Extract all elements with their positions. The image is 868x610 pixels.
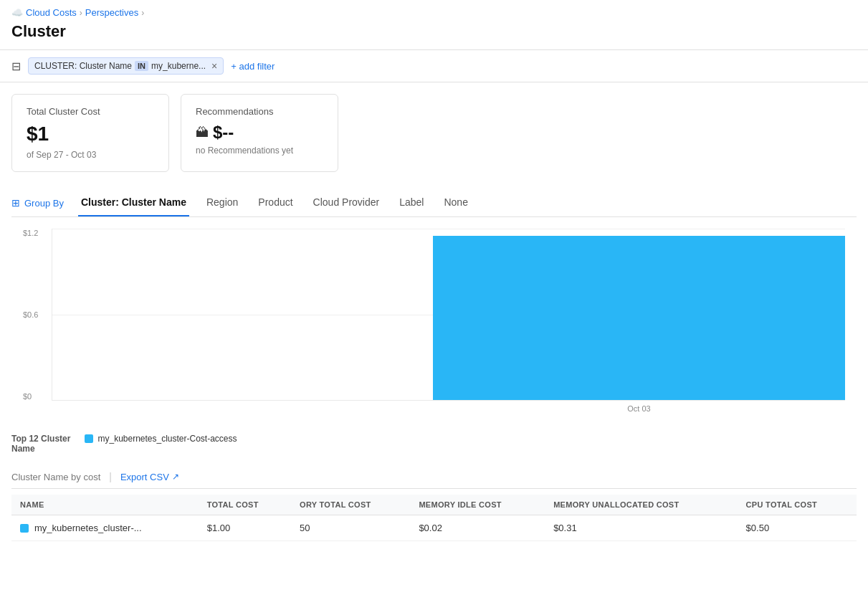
y-label-bot: $0 [23, 392, 38, 401]
data-table: NAME TOTAL COST ORY TOTAL COST MEMORY ID… [11, 495, 857, 541]
chart-plot-area: Oct 03 [52, 229, 845, 401]
export-csv-button[interactable]: Export CSV ↗ [120, 472, 179, 482]
filter-tag-prefix: CLUSTER: Cluster Name [34, 61, 132, 71]
col-total-cost: TOTAL COST [199, 495, 291, 515]
total-cluster-cost-sub: of Sep 27 - Oct 03 [27, 150, 154, 160]
recommendations-value: $-- [213, 123, 234, 143]
total-cluster-cost-card: Total Cluster Cost $1 of Sep 27 - Oct 03 [11, 94, 169, 172]
filter-close-button[interactable]: × [211, 60, 217, 72]
group-by-label: ⊞ Group By [11, 197, 64, 209]
export-icon: ↗ [172, 472, 179, 482]
total-cluster-cost-title: Total Cluster Cost [27, 106, 154, 117]
chart-area: $1.2 $0.6 $0 Oct 03 [11, 217, 857, 426]
tab-cluster-name[interactable]: Cluster: Cluster Name [78, 189, 189, 216]
table-row: my_kubernetes_cluster-... $1.00 50 $0.02… [11, 515, 857, 541]
legend-title: Top 12 Cluster Name [11, 434, 70, 454]
tab-label[interactable]: Label [396, 189, 426, 216]
recommendations-card: Recommendations 🏔 $-- no Recommendations… [181, 94, 338, 172]
chart-container: $1.2 $0.6 $0 Oct 03 [23, 229, 845, 415]
table-section: Cluster Name by cost | Export CSV ↗ NAME… [0, 465, 868, 553]
legend-item: my_kubernetes_cluster-Cost-access [85, 434, 237, 444]
filter-in-label: IN [135, 61, 148, 71]
tab-region[interactable]: Region [204, 189, 241, 216]
total-cluster-cost-value: $1 [27, 123, 154, 146]
y-label-mid: $0.6 [23, 310, 38, 319]
recommendations-title: Recommendations [196, 106, 323, 117]
filter-tag[interactable]: CLUSTER: Cluster Name IN my_kuberne... × [28, 57, 224, 75]
filter-icon: ⊟ [11, 59, 21, 73]
cell-memory-idle-cost: $0.02 [410, 515, 545, 541]
recommendations-sub: no Recommendations yet [196, 146, 323, 156]
col-memory-idle-cost: MEMORY IDLE COST [410, 495, 545, 515]
tab-product[interactable]: Product [255, 189, 295, 216]
breadcrumb-perspectives[interactable]: Perspectives [85, 7, 138, 18]
breadcrumb: ☁️ Cloud Costs › Perspectives › [0, 0, 868, 21]
legend-area: Top 12 Cluster Name my_kubernetes_cluste… [0, 426, 868, 465]
filter-tag-value: my_kuberne... [151, 61, 206, 71]
export-csv-label: Export CSV [120, 472, 169, 482]
table-header-tr: NAME TOTAL COST ORY TOTAL COST MEMORY ID… [11, 495, 857, 515]
table-section-title: Cluster Name by cost [11, 472, 100, 482]
y-label-top: $1.2 [23, 229, 38, 237]
filter-bar: ⊟ CLUSTER: Cluster Name IN my_kuberne...… [0, 50, 868, 82]
cards-row: Total Cluster Cost $1 of Sep 27 - Oct 03… [0, 82, 868, 178]
cell-cpu-total-cost: $0.50 [738, 515, 857, 541]
col-cpu-total-cost: CPU TOTAL COST [738, 495, 857, 515]
recommendations-value-row: 🏔 $-- [196, 123, 323, 143]
legend-color-box [85, 434, 93, 443]
grid-line-top [52, 229, 845, 229]
cell-ory-total-cost: 50 [291, 515, 410, 541]
chart-y-labels: $1.2 $0.6 $0 [23, 229, 38, 415]
chart-bar [433, 236, 845, 400]
col-ory-total-cost: ORY TOTAL COST [291, 495, 410, 515]
table-header-row: Cluster Name by cost | Export CSV ↗ [11, 465, 857, 489]
cell-memory-unallocated-cost: $0.31 [545, 515, 737, 541]
cluster-color-icon [20, 524, 29, 533]
tab-cloud-provider[interactable]: Cloud Provider [310, 189, 383, 216]
cell-name: my_kubernetes_cluster-... [11, 515, 199, 541]
cell-total-cost: $1.00 [199, 515, 291, 541]
breadcrumb-cloud-costs[interactable]: Cloud Costs [26, 7, 77, 18]
legend-item-label: my_kubernetes_cluster-Cost-access [97, 434, 237, 444]
x-label-oct03: Oct 03 [627, 404, 650, 413]
group-by-section: ⊞ Group By Cluster: Cluster Name Region … [0, 178, 868, 217]
col-memory-unallocated-cost: MEMORY UNALLOCATED COST [545, 495, 737, 515]
add-filter-button[interactable]: + add filter [231, 61, 275, 72]
recommendations-icon: 🏔 [196, 125, 209, 140]
tab-none[interactable]: None [441, 189, 470, 216]
cluster-name-cell: my_kubernetes_cluster-... [20, 523, 190, 533]
group-by-text: Group By [24, 198, 64, 209]
breadcrumb-sep-1: › [80, 8, 82, 18]
col-name: NAME [11, 495, 199, 515]
table-header-divider: | [109, 471, 112, 482]
group-by-icon: ⊞ [11, 197, 20, 209]
breadcrumb-sep-2: › [141, 8, 144, 18]
cluster-name-text: my_kubernetes_cluster-... [34, 523, 142, 533]
cloud-icon: ☁️ [11, 7, 23, 18]
page-title: Cluster [0, 21, 868, 49]
group-by-row: ⊞ Group By Cluster: Cluster Name Region … [11, 189, 857, 217]
